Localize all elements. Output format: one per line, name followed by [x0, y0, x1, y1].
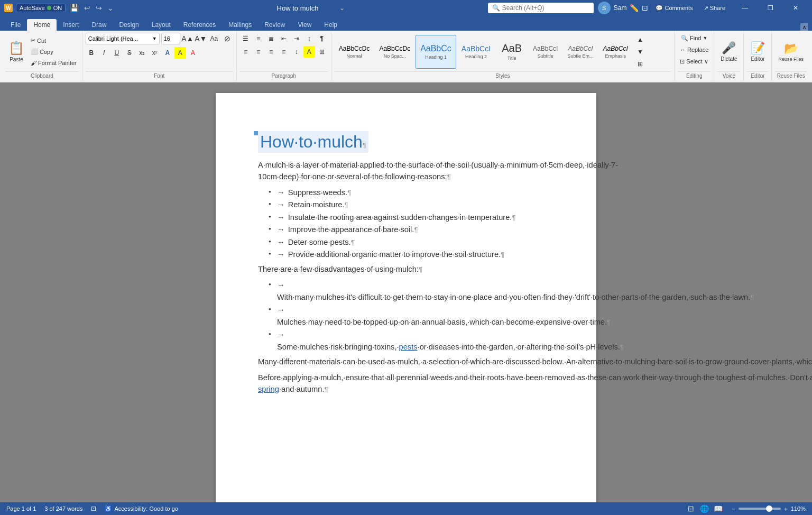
copy-button[interactable]: ⬜ Copy [29, 47, 79, 57]
search-input[interactable] [502, 4, 587, 12]
accessibility-indicator[interactable]: ♿ Accessibility: Good to go [105, 505, 178, 512]
document-heading[interactable]: How·to·mulch¶ [258, 131, 368, 153]
show-formatting-button[interactable]: ¶ [316, 33, 328, 44]
editor-button[interactable]: 📝 Editor [747, 34, 768, 70]
numbering-button[interactable]: ≡ [253, 33, 264, 44]
strikethrough-button[interactable]: S [124, 47, 135, 59]
mid-spring-link[interactable]: mid-spring [258, 373, 812, 393]
increase-indent-button[interactable]: ⇥ [291, 33, 302, 44]
share-button[interactable]: ↗ Share [700, 4, 728, 13]
ribbon-collapse-button[interactable]: ∧ [800, 23, 808, 31]
tab-draw[interactable]: Draw [85, 19, 113, 31]
subscript-button[interactable]: x₂ [136, 47, 148, 59]
style-heading2[interactable]: AaBbCcI Heading 2 [457, 35, 495, 69]
customize-qat-button[interactable]: ⌄ [106, 3, 115, 13]
superscript-button[interactable]: x² [149, 47, 161, 59]
tab-view[interactable]: View [292, 19, 318, 31]
line-spacing-button[interactable]: ↕ [291, 46, 302, 58]
read-mode-button[interactable]: 📖 [713, 503, 724, 514]
sort-button[interactable]: ↕ [303, 33, 315, 44]
tab-layout[interactable]: Layout [145, 19, 177, 31]
decrease-indent-button[interactable]: ⇤ [278, 33, 290, 44]
tab-insert[interactable]: Insert [57, 19, 85, 31]
clear-formatting-button[interactable]: ⊘ [222, 33, 233, 44]
tab-references[interactable]: References [177, 19, 222, 31]
restore-button[interactable]: ❐ [758, 0, 782, 16]
tab-mailings[interactable]: Mailings [222, 19, 258, 31]
reuse-files-button[interactable]: 📂 Reuse Files [775, 34, 807, 70]
style-subtitle[interactable]: AaBbCcI Subtitle [529, 35, 562, 69]
shading-button[interactable]: A [303, 46, 315, 58]
dictate-button[interactable]: 🎤 Dictate [717, 34, 740, 70]
align-center-button[interactable]: ≡ [253, 46, 264, 58]
zoom-slider[interactable] [739, 508, 781, 510]
pests-link[interactable]: pests [399, 343, 418, 351]
style-emphasis[interactable]: AaBbCcI Emphasis [598, 35, 632, 69]
styles-scroll-down[interactable]: ▼ [634, 46, 646, 58]
fullscreen-icon[interactable]: ⊡ [642, 4, 648, 12]
bullets-button[interactable]: ☰ [240, 33, 252, 44]
title-dropdown-arrow[interactable]: ⌄ [339, 4, 345, 12]
zoom-thumb[interactable] [766, 505, 772, 512]
underline-button[interactable]: U [111, 47, 123, 59]
undo-button[interactable]: ↩ [83, 3, 91, 13]
select-button[interactable]: ⊡ Select ∨ [678, 56, 710, 67]
align-left-button[interactable]: ≡ [240, 46, 252, 58]
borders-button[interactable]: ⊞ [316, 46, 328, 58]
word-count[interactable]: 3 of 247 words [44, 505, 82, 512]
decrease-font-size-button[interactable]: A▼ [195, 33, 207, 44]
avatar[interactable]: S [598, 2, 611, 14]
tab-help[interactable]: Help [318, 19, 344, 31]
list-item: → Suppress·weeds.¶ [269, 187, 554, 199]
reuse-files-group: 📂 Reuse Files Reuse Files [772, 32, 810, 81]
tab-file[interactable]: File [4, 19, 27, 31]
text-highlight-button[interactable]: A [174, 47, 186, 59]
multilevel-list-button[interactable]: ≣ [265, 33, 277, 44]
tab-design[interactable]: Design [113, 19, 145, 31]
web-layout-view-button[interactable]: 🌐 [699, 503, 710, 514]
style-title[interactable]: AaB Title [496, 35, 528, 69]
autosave-badge[interactable]: AutoSave ON [16, 4, 66, 12]
find-button[interactable]: 🔍 Find ▼ [679, 33, 709, 43]
style-no-spacing[interactable]: AaBbCcDc No Spac... [375, 35, 414, 69]
cut-button[interactable]: ✂ Cut [29, 35, 79, 46]
text-effects-button[interactable]: A [162, 47, 173, 59]
doc-title[interactable]: How to mulch [258, 3, 337, 13]
print-layout-view-button[interactable]: ⊡ [685, 503, 697, 514]
style-subtle-em[interactable]: AaBbCcI Subtle Em... [563, 35, 597, 69]
page-indicator[interactable]: Page 1 of 1 [6, 505, 36, 512]
justify-button[interactable]: ≡ [278, 46, 290, 58]
style-normal[interactable]: AaBbCcDc Normal [335, 35, 374, 69]
increase-font-size-button[interactable]: A▲ [182, 33, 193, 44]
styles-scroll-up[interactable]: ▲ [634, 34, 646, 45]
style-heading1[interactable]: AaBbCc Heading 1 [416, 35, 456, 69]
italic-button[interactable]: I [98, 47, 110, 59]
styles-more[interactable]: ⊞ [634, 58, 646, 70]
replace-button[interactable]: ↔ Replace [678, 44, 710, 55]
minimize-button[interactable]: — [733, 0, 757, 16]
pen-icon[interactable]: ✏️ [630, 4, 639, 12]
format-painter-button[interactable]: 🖌 Format Painter [29, 58, 79, 68]
font-name-value: Calibri Light (Hea... [88, 35, 150, 42]
reuse-icon: 📂 [784, 42, 798, 56]
paste-button[interactable]: 📋 Paste [5, 34, 27, 70]
save-button[interactable]: 💾 [69, 3, 80, 13]
zoom-in-button[interactable]: ＋ [783, 505, 789, 513]
tab-review[interactable]: Review [258, 19, 291, 31]
font-color-button[interactable]: A [187, 47, 199, 59]
search-bar[interactable]: 🔍 [488, 3, 594, 13]
bold-button[interactable]: B [86, 47, 97, 59]
close-button[interactable]: ✕ [783, 0, 808, 16]
paragraph-group: ☰ ≡ ≣ ⇤ ⇥ ↕ ¶ ≡ ≡ ≡ ≡ ↕ A ⊞ Paragraph [237, 32, 331, 81]
change-case-button[interactable]: Aa [208, 33, 220, 44]
selection-handle [254, 131, 258, 135]
redo-button[interactable]: ↪ [95, 3, 103, 13]
zoom-out-button[interactable]: － [731, 505, 736, 513]
styles-label: Styles [335, 71, 671, 80]
comments-button[interactable]: 💬 Comments [652, 4, 696, 13]
font-size-selector[interactable]: 16 [161, 33, 180, 44]
align-right-button[interactable]: ≡ [265, 46, 277, 58]
tab-home[interactable]: Home [27, 19, 57, 31]
zoom-level[interactable]: 110% [791, 505, 806, 512]
font-name-selector[interactable]: Calibri Light (Hea... ▼ [86, 33, 160, 44]
